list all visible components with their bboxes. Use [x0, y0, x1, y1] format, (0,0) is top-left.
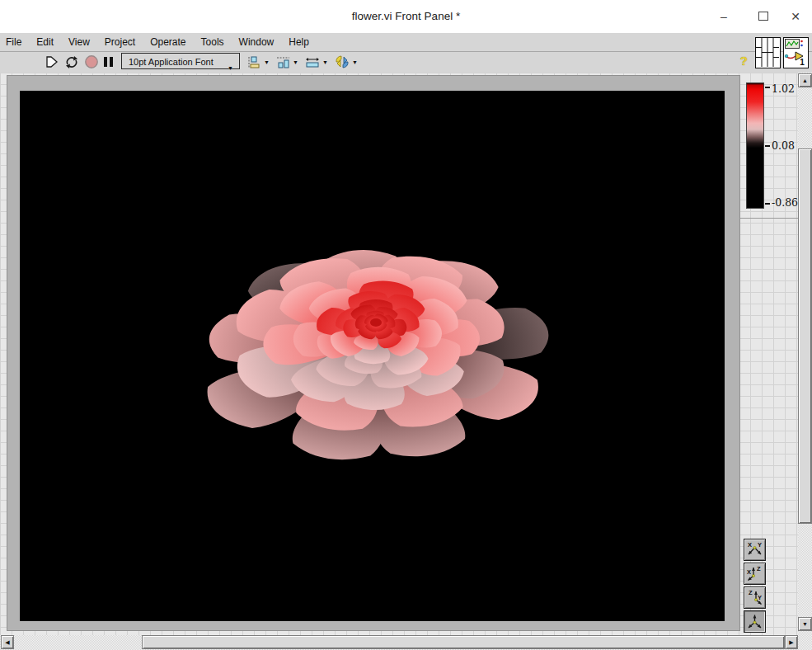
rose-surface-plot: [20, 91, 725, 621]
color-scale-tick: [765, 145, 770, 147]
svg-text:Z: Z: [749, 589, 753, 596]
align-objects-button[interactable]: ▼: [246, 54, 270, 69]
xy-projection-icon: XY: [746, 541, 763, 558]
font-selector[interactable]: 10pt Application Font ▼: [121, 53, 240, 69]
pause-button[interactable]: [102, 54, 114, 69]
resize-objects-caret-icon: ▼: [322, 59, 328, 65]
run-button[interactable]: [44, 54, 60, 69]
zy-projection-button[interactable]: ZY: [744, 586, 766, 609]
menu-item-edit[interactable]: Edit: [29, 34, 61, 51]
maximize-icon: [758, 12, 768, 21]
color-scale-label: 1.02: [772, 82, 798, 95]
align-objects-caret-icon: ▼: [264, 59, 270, 65]
color-scale-label: -0.86: [772, 196, 798, 209]
menubar: FileEditViewProjectOperateToolsWindowHel…: [0, 33, 812, 52]
connector-pane-icon[interactable]: [755, 37, 781, 68]
connector-pane-grid-icon: [756, 38, 779, 67]
xz-projection-icon: XZ: [746, 565, 763, 582]
titlebar: flower.vi Front Panel * – ✕: [0, 0, 812, 34]
horizontal-scrollbar[interactable]: ◀ ▶: [0, 635, 812, 650]
abort-button[interactable]: [83, 54, 100, 69]
zy-projection-icon: ZY: [746, 589, 763, 606]
minimize-button[interactable]: –: [705, 0, 743, 33]
3d-plot-area[interactable]: [20, 91, 725, 621]
vertical-scrollbar[interactable]: ▲ ▼: [798, 73, 812, 635]
svg-text:Z: Z: [757, 565, 761, 572]
resize-objects-button[interactable]: ▼: [304, 54, 328, 69]
toolbar: 10pt Application Font ▼ ▼ ▼: [0, 52, 812, 73]
reorder-objects-button[interactable]: ▼: [334, 54, 358, 69]
svg-text:Y: Y: [758, 594, 762, 601]
svg-text:Y: Y: [758, 541, 762, 549]
distribute-objects-icon: [275, 55, 291, 69]
svg-text:X: X: [748, 541, 752, 549]
color-scale-tick: [765, 87, 770, 88]
abort-icon: [84, 54, 99, 69]
menu-item-help[interactable]: Help: [281, 34, 317, 51]
context-help-button[interactable]: ?: [736, 54, 751, 70]
menu-item-operate[interactable]: Operate: [143, 34, 193, 51]
scroll-up-button[interactable]: ▲: [798, 73, 812, 87]
vi-icon-badge: 1: [800, 58, 805, 67]
color-scale-label: 0.08: [772, 139, 798, 152]
3d-picture-control-frame: [7, 75, 740, 631]
distribute-objects-button[interactable]: ▼: [275, 54, 298, 69]
reorder-objects-caret-icon: ▼: [352, 59, 358, 65]
scroll-left-button[interactable]: ◀: [1, 635, 14, 649]
rose-core: [370, 318, 382, 327]
color-scale: 1.020.08-0.86: [740, 76, 798, 219]
front-panel: 1.020.08-0.86 XYXZZY: [0, 73, 812, 635]
vi-icon[interactable]: 1: [783, 37, 809, 68]
scroll-right-button[interactable]: ▶: [785, 635, 798, 649]
menu-item-project[interactable]: Project: [97, 34, 143, 51]
font-selector-value: 10pt Application Font: [129, 57, 214, 67]
align-objects-icon: [246, 55, 262, 69]
window-title: flower.vi Front Panel *: [0, 0, 812, 33]
xy-projection-button[interactable]: XY: [744, 539, 766, 561]
labview-front-panel-window: flower.vi Front Panel * – ✕ FileEditView…: [0, 0, 812, 650]
menu-item-file[interactable]: File: [0, 34, 29, 51]
menu-item-tools[interactable]: Tools: [194, 34, 232, 51]
color-scale-ramp: [746, 82, 764, 209]
svg-text:X: X: [747, 568, 751, 576]
projection-button-column: XYXZZY: [744, 539, 767, 634]
menu-item-window[interactable]: Window: [232, 34, 282, 51]
3d-projection-button[interactable]: [744, 610, 766, 633]
vi-icon-graphic: 1: [784, 38, 807, 67]
vertical-scroll-thumb[interactable]: [798, 148, 812, 524]
resize-objects-icon: [304, 55, 321, 69]
distribute-objects-caret-icon: ▼: [293, 59, 298, 65]
reorder-objects-icon: [334, 54, 350, 69]
horizontal-scroll-thumb[interactable]: [142, 635, 785, 649]
color-scale-tick: [765, 203, 770, 205]
run-icon: [45, 55, 59, 68]
menu-item-view[interactable]: View: [61, 34, 97, 51]
pause-icon: [103, 56, 114, 68]
3d-projection-icon: [746, 613, 763, 630]
run-continuously-icon: [64, 55, 79, 69]
scroll-down-button[interactable]: ▼: [798, 617, 812, 631]
close-button[interactable]: ✕: [777, 0, 812, 33]
xz-projection-button[interactable]: XZ: [744, 563, 766, 585]
run-continuously-button[interactable]: [63, 54, 80, 69]
